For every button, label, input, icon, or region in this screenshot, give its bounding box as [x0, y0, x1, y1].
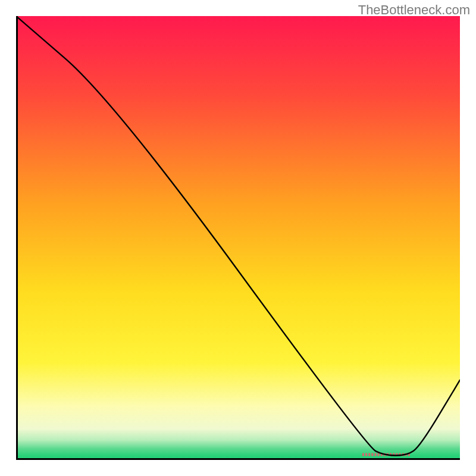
- gradient-background: [16, 16, 460, 460]
- svg-rect-0: [362, 453, 364, 456]
- chart-svg: [16, 16, 460, 460]
- svg-rect-1: [365, 453, 367, 456]
- svg-rect-4: [374, 453, 376, 456]
- svg-rect-5: [378, 453, 380, 456]
- svg-rect-3: [371, 453, 373, 456]
- svg-rect-2: [368, 453, 370, 456]
- chart-plot-area: [16, 16, 460, 460]
- watermark-text: TheBottleneck.com: [358, 2, 470, 18]
